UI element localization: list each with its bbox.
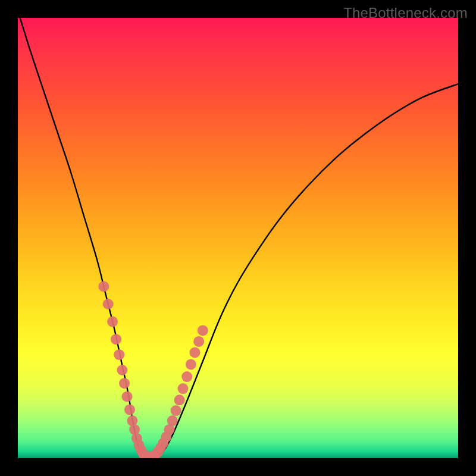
data-marker [117,365,127,375]
data-marker [124,405,135,415]
data-marker [174,394,185,405]
plot-area [18,18,458,458]
data-marker [178,383,189,394]
data-marker [167,415,178,426]
data-marker [98,281,109,292]
data-marker [171,405,181,416]
chart-svg [18,18,458,458]
data-marker [114,349,124,360]
data-marker [111,334,121,345]
data-marker [181,371,192,382]
data-marker [198,325,208,336]
chart-stage: TheBottleneck.com [0,0,476,476]
curve-path [20,18,458,458]
data-marker [107,317,118,327]
data-marker [189,347,200,358]
data-marker [103,299,114,309]
data-marker [119,378,130,389]
data-marker [186,359,196,369]
data-marker [193,336,204,347]
watermark-text: TheBottleneck.com [343,5,468,21]
data-marker [122,391,133,402]
